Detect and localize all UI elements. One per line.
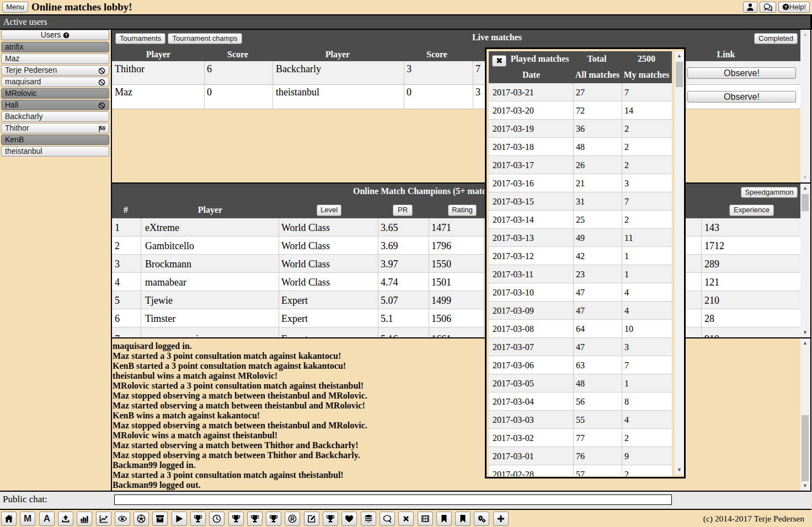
svg-text:?: ? [65,33,68,38]
svg-text:R: R [290,515,295,522]
svg-text:?: ? [784,4,787,10]
